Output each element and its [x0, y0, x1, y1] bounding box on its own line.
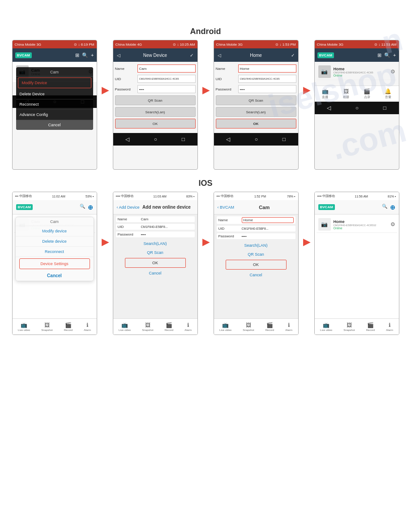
android-1-header-icons: ⊞ 🔍 +: [75, 52, 94, 58]
android-4-gear-icon[interactable]: ⚙: [390, 69, 395, 75]
ios-1-record-icon: 🎬: [65, 322, 72, 328]
android-2-uid-input[interactable]: [137, 75, 196, 83]
android-2-searchlan-btn[interactable]: Search(Lan): [115, 107, 196, 117]
ios-2-name-row: Name Cam: [116, 216, 195, 222]
nav-home-icon-4[interactable]: ○: [355, 105, 359, 111]
ios-2-form-header: ‹ Add Device Add new online device: [113, 200, 197, 215]
ios-3-back-btn[interactable]: ‹ BVCAM: [218, 205, 235, 210]
android-4-tab-livevideo[interactable]: 📺 直播: [322, 88, 329, 99]
nav-home-icon-3[interactable]: ○: [255, 136, 258, 142]
ios-2-password-value: ••••: [141, 232, 193, 236]
ios-3-ok-btn[interactable]: OK: [226, 260, 287, 270]
nav-home-icon-2[interactable]: ○: [154, 136, 157, 142]
ios-4-tab-bar: 📺 Live video 🖼 Snapshot 🎬 Record ℹ Alarm: [315, 318, 399, 335]
nav-back-icon-4[interactable]: ◁: [327, 105, 331, 111]
android-4-tab-alarm[interactable]: 🔔 音量: [385, 88, 391, 99]
ios-2-status-bar: •••• 中国移动 11:03 AM 83% ▪: [113, 192, 197, 200]
ios-3-tab-alarm[interactable]: ℹ Alarm: [285, 322, 292, 331]
ios-2-searchlan-btn[interactable]: Search(LAN): [116, 239, 195, 248]
android-2-qrscan-btn[interactable]: QR Scan: [115, 95, 196, 105]
ios-4-search-icon[interactable]: 🔍: [382, 204, 387, 211]
ios-screen-1: ••• 中国移动 11:02 AM 53% ▪ BVCAM 🔍 ⊕ 📷 Cam …: [12, 192, 97, 335]
android-1-cancel[interactable]: Cancel: [16, 120, 93, 130]
android-2-password-input[interactable]: [137, 85, 196, 93]
android-4-bvcam-logo: BVCAM: [317, 52, 334, 58]
android-4-tab-snapshot[interactable]: 🖼 相册: [343, 88, 349, 99]
android-3-back-icon[interactable]: ◁: [218, 53, 221, 58]
android-2-ok-btn[interactable]: OK: [115, 119, 196, 129]
ios-4-tab-record[interactable]: 🎬 Record: [366, 322, 375, 331]
ios-screen-3: ••• 中国移动 1:52 PM 78% ▪ ‹ BVCAM Cam Name …: [214, 192, 299, 335]
android-2-back-icon[interactable]: ◁: [117, 53, 120, 58]
plus-icon[interactable]: +: [91, 52, 94, 58]
ios-2-tab-snapshot[interactable]: 🖼 Snapshot: [142, 322, 153, 331]
ios-3-tab-snapshot[interactable]: 🖼 Snapshot: [243, 322, 254, 331]
ios-screen-2: •••• 中国移动 11:03 AM 83% ▪ ‹ Add Device Ad…: [113, 192, 198, 335]
ios-2-tab-alarm[interactable]: ℹ Alarm: [184, 322, 192, 331]
ios-3-snapshot-icon: 🖼: [246, 322, 251, 328]
android-1-delete-device[interactable]: Delete Device: [16, 89, 93, 99]
nav-recent-icon-4[interactable]: □: [383, 105, 386, 111]
android-3-password-input[interactable]: [238, 85, 296, 93]
ios-3-qrscan-btn[interactable]: QR Scan: [217, 250, 295, 259]
ios-4-add-icon[interactable]: ⊕: [390, 204, 395, 211]
ios-3-tab-livevideo[interactable]: 📺 Live video: [219, 322, 231, 331]
ios-3-uid-label: UID: [218, 227, 242, 231]
ios-3-tab-bar: 📺 Live video 🖼 Snapshot 🎬 Record ℹ Alarm: [214, 318, 298, 335]
android-3-qrscan-btn[interactable]: QR Scan: [216, 95, 296, 105]
ios-2-tab-livevideo[interactable]: 📺 Live video: [119, 322, 131, 331]
android-3-name-input[interactable]: [238, 64, 296, 73]
ios-1-device-settings[interactable]: Device Settings: [19, 258, 90, 269]
android-3-uid-input[interactable]: [238, 75, 296, 83]
ios-1-livevideo-icon: 📺: [21, 322, 27, 328]
android-3-password-label: Password: [216, 87, 238, 91]
nav-back-icon-2[interactable]: ◁: [125, 136, 129, 142]
ios-2-uid-value: CM1F840-E5BF8...: [141, 225, 193, 228]
android-3-searchlan-btn[interactable]: Search(Lan): [216, 107, 296, 117]
ios-2-tab-bar: 📺 Live video 🖼 Snapshot 🎬 Record ℹ Alarm: [113, 318, 197, 335]
ios-3-password-row: Password ••••: [217, 233, 295, 239]
nav-recent-icon-2[interactable]: □: [182, 136, 185, 142]
android-3-check-icon[interactable]: ✓: [291, 53, 295, 58]
livevideo-icon: 📺: [322, 88, 329, 94]
ios-1-snapshot-icon: 🖼: [44, 322, 50, 328]
ios-1-cancel[interactable]: Cancel: [16, 270, 94, 281]
android-4-tab-record[interactable]: 🎬 点录: [364, 88, 370, 99]
android-1-modify-device[interactable]: Modify Device: [18, 77, 91, 88]
ios-1-tab-livevideo[interactable]: 📺 Live video: [18, 322, 30, 331]
android-2-name-input[interactable]: [137, 64, 196, 73]
ios-1-search-icon[interactable]: 🔍: [80, 204, 85, 211]
ios-3-name-label: Name: [218, 218, 242, 222]
ios-1-reconnect[interactable]: Reconnect: [16, 247, 94, 257]
ios-2-cancel-btn[interactable]: Cancel: [116, 269, 195, 278]
ios-1-delete-device[interactable]: Delete device: [16, 236, 94, 247]
ios-4-tab-alarm[interactable]: ℹ Alarm: [386, 322, 393, 331]
ios-4-tab-snapshot[interactable]: 🖼 Snapshot: [343, 322, 355, 331]
ios-2-back-btn[interactable]: ‹ Add Device: [117, 205, 140, 210]
ios-2-qrscan-btn[interactable]: QR Scan: [116, 248, 195, 257]
ios-3-searchlan-btn[interactable]: Search(LAN): [217, 241, 295, 250]
ios-3-cancel-btn[interactable]: Cancel: [217, 270, 295, 279]
android-2-check-icon[interactable]: ✓: [190, 53, 193, 58]
ios-1-modify-device[interactable]: Modify device: [16, 226, 94, 236]
ios-3-form-title: Cam: [259, 205, 270, 210]
android-screen-2: China Mobile 4G ⊙ ↓ 10:25 AM ◁ New Devic…: [113, 40, 198, 170]
ios-1-tab-record[interactable]: 🎬 Record: [64, 322, 73, 331]
android-1-reconnect[interactable]: Reconnect: [16, 99, 93, 110]
ios-2-tab-record[interactable]: 🎬 Record: [165, 322, 173, 331]
ios-3-password-label: Password: [218, 234, 242, 238]
ios-1-add-icon[interactable]: ⊕: [88, 204, 93, 211]
android-1-advance-config[interactable]: Advance Config: [16, 110, 93, 120]
android-4-device-status: Online: [334, 74, 390, 77]
ios-4-gear-icon[interactable]: ⚙: [390, 221, 395, 227]
nav-back-icon-3[interactable]: ◁: [226, 136, 230, 142]
android-3-ok-btn[interactable]: OK: [216, 119, 296, 129]
ios-2-ok-btn[interactable]: OK: [125, 258, 186, 268]
android-4-plus-icon[interactable]: +: [393, 52, 396, 58]
ios-1-tab-snapshot[interactable]: 🖼 Snapshot: [41, 322, 52, 331]
nav-recent-icon-3[interactable]: □: [283, 136, 286, 142]
ios-3-tab-record[interactable]: 🎬 Record: [265, 322, 274, 331]
ios-screen-4: •••• 中国移动 11:56 AM 81% ▪ BVCAM 🔍 ⊕ 📷 Hom…: [314, 192, 399, 335]
ios-1-tab-alarm[interactable]: ℹ Alarm: [84, 322, 91, 331]
ios-4-tab-livevideo[interactable]: 📺 Live video: [320, 322, 332, 331]
